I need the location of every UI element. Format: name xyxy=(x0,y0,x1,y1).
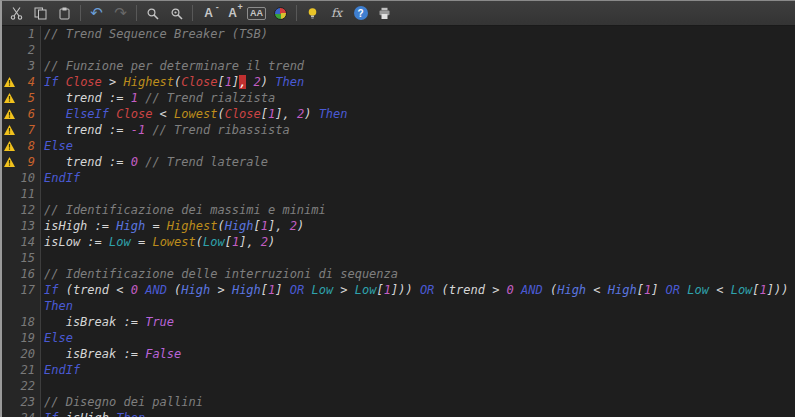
code-token: [ xyxy=(225,235,232,249)
line-number: 23 xyxy=(17,394,40,410)
code-text[interactable]: // Disegno dei pallini xyxy=(40,394,795,410)
code-token: If xyxy=(44,411,66,417)
code-token: AND xyxy=(521,283,543,297)
search-icon[interactable] xyxy=(141,3,164,24)
code-text[interactable]: If Close > Highest(Close[1], 2) Then xyxy=(40,74,795,90)
code-token: If xyxy=(44,75,66,89)
warning-gutter xyxy=(2,250,17,266)
code-text[interactable]: Else xyxy=(40,330,795,346)
code-token: 1 xyxy=(384,283,391,297)
code-text[interactable]: If isHigh Then xyxy=(40,410,795,417)
code-token: // Trend Sequence Breaker (TSB) xyxy=(44,27,268,41)
warning-gutter xyxy=(2,378,17,394)
line-number: 8 xyxy=(17,138,40,154)
insert-function-icon[interactable]: fx xyxy=(325,3,348,24)
code-text[interactable]: trend := 0 // Trend laterale xyxy=(40,154,795,170)
code-line: 22 xyxy=(2,378,795,394)
toolbar-separator xyxy=(136,5,137,21)
code-token: -1 xyxy=(131,123,145,137)
undo-icon[interactable]: ↶ xyxy=(85,3,108,24)
code-token: trend := xyxy=(44,123,131,137)
code-token: Lowest xyxy=(174,107,217,121)
code-text[interactable]: // Identificazione dei massimi e minimi xyxy=(40,202,795,218)
code-text[interactable] xyxy=(40,378,795,394)
code-text[interactable]: isBreak := False xyxy=(40,346,795,362)
warning-icon[interactable] xyxy=(2,154,17,170)
toolbar-separator xyxy=(192,5,193,21)
code-line: Then xyxy=(2,298,795,314)
code-text[interactable]: // Identificazione delle interruzioni di… xyxy=(40,266,795,282)
cut-icon[interactable] xyxy=(5,3,28,24)
line-number: 1 xyxy=(17,26,40,42)
font-settings-icon[interactable]: AA xyxy=(245,3,268,24)
line-number: 20 xyxy=(17,346,40,362)
warning-icon[interactable] xyxy=(2,138,17,154)
code-text[interactable]: isLow := Low = Lowest(Low[1], 2) xyxy=(40,234,795,250)
line-number: 13 xyxy=(17,218,40,234)
code-text[interactable]: // Trend Sequence Breaker (TSB) xyxy=(40,26,795,42)
line-number: 22 xyxy=(17,378,40,394)
code-text[interactable]: isHigh := High = Highest(High[1], 2) xyxy=(40,218,795,234)
warning-gutter xyxy=(2,42,17,58)
code-line: 8Else xyxy=(2,138,795,154)
code-token: 2 xyxy=(290,219,297,233)
code-token: ( xyxy=(167,283,181,297)
code-token: High xyxy=(608,283,637,297)
code-token: ( xyxy=(217,219,224,233)
decrease-font-icon[interactable]: A- xyxy=(197,3,220,24)
search-replace-icon[interactable] xyxy=(165,3,188,24)
code-token: > xyxy=(210,283,232,297)
warning-icon[interactable] xyxy=(2,106,17,122)
code-token: // Disegno dei pallini xyxy=(44,395,203,409)
warning-gutter xyxy=(2,170,17,186)
code-token: ( xyxy=(217,107,224,121)
warning-gutter xyxy=(2,330,17,346)
line-number: 7 xyxy=(17,122,40,138)
warning-icon[interactable] xyxy=(2,90,17,106)
line-number: 14 xyxy=(17,234,40,250)
code-text[interactable]: ElseIf Close < Lowest(Close[1], 2) Then xyxy=(40,106,795,122)
code-token: trend := xyxy=(44,91,131,105)
hint-icon[interactable] xyxy=(301,3,324,24)
code-text[interactable]: Else xyxy=(40,138,795,154)
code-text[interactable]: isBreak := True xyxy=(40,314,795,330)
code-line: 15 xyxy=(2,250,795,266)
line-number: 15 xyxy=(17,250,40,266)
code-text[interactable]: trend := 1 // Trend rialzista xyxy=(40,90,795,106)
code-token: < xyxy=(586,283,608,297)
code-token: isBreak := xyxy=(44,315,145,329)
code-editor[interactable]: 1// Trend Sequence Breaker (TSB)23// Fun… xyxy=(2,26,795,417)
print-icon[interactable] xyxy=(373,3,396,24)
code-token: 2 xyxy=(254,75,261,89)
code-token: Low xyxy=(109,235,131,249)
toolbar-separator xyxy=(296,5,297,21)
code-text[interactable]: EndIf xyxy=(40,362,795,378)
code-text[interactable] xyxy=(40,186,795,202)
code-token: < xyxy=(709,283,731,297)
paste-icon[interactable] xyxy=(53,3,76,24)
code-text[interactable] xyxy=(40,250,795,266)
line-number: 24 xyxy=(17,410,40,417)
code-line: 9 trend := 0 // Trend laterale xyxy=(2,154,795,170)
warning-icon[interactable] xyxy=(2,122,17,138)
code-text[interactable]: // Funzione per determinare il trend xyxy=(40,58,795,74)
code-text[interactable]: trend := -1 // Trend ribassista xyxy=(40,122,795,138)
color-settings-icon[interactable] xyxy=(269,3,292,24)
increase-font-icon[interactable]: A+ xyxy=(221,3,244,24)
warning-gutter xyxy=(2,346,17,362)
code-token: ( xyxy=(543,283,557,297)
code-text[interactable]: EndIf xyxy=(40,170,795,186)
code-token: AND xyxy=(145,283,167,297)
code-text[interactable]: If (trend < 0 AND (High > High[1] OR Low… xyxy=(40,282,795,298)
code-text[interactable]: Then xyxy=(40,298,795,314)
help-icon[interactable]: ? xyxy=(349,3,372,24)
script-editor-window: ↶↷A-A+AAfx? 1// Trend Sequence Breaker (… xyxy=(0,0,795,417)
copy-icon[interactable] xyxy=(29,3,52,24)
redo-icon[interactable]: ↷ xyxy=(109,3,132,24)
code-token: [ xyxy=(377,283,384,297)
code-text[interactable] xyxy=(40,42,795,58)
warning-icon[interactable] xyxy=(2,74,17,90)
line-number: 2 xyxy=(17,42,40,58)
code-token: < xyxy=(152,107,174,121)
warning-gutter xyxy=(2,298,17,314)
